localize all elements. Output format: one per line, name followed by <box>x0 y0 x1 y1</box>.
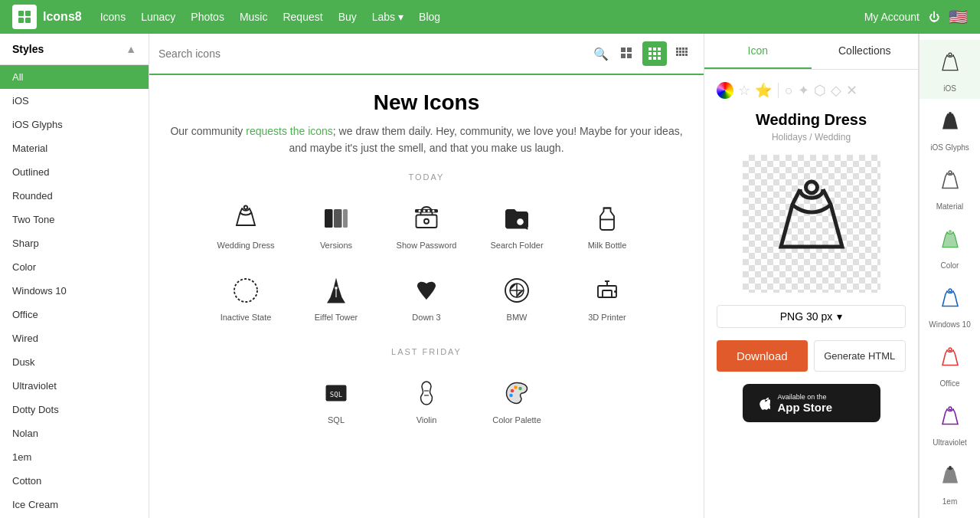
svg-marker-44 <box>334 277 338 287</box>
icon-item-inactive-state[interactable]: Inactive State <box>204 266 288 332</box>
size-selector[interactable]: PNG 30 px ▾ <box>717 305 906 328</box>
nav-labs[interactable]: Labs ▾ <box>372 11 403 23</box>
today-icons-grid: Wedding Dress Versions Show Password <box>165 194 688 332</box>
icon-label: Milk Bottle <box>588 241 627 250</box>
sidebar-item-cotton[interactable]: Cotton <box>0 469 149 493</box>
svg-rect-11 <box>648 52 652 55</box>
star-filter[interactable]: ⭐ <box>755 82 772 99</box>
sidebar-item-color[interactable]: Color <box>0 255 149 279</box>
icon-item-sql[interactable]: SQL SQL <box>294 369 378 434</box>
style-color[interactable]: Color <box>920 217 980 276</box>
star2-filter[interactable]: ✦ <box>798 82 809 99</box>
icon-label: Versions <box>320 241 352 250</box>
icon-item-color-palette[interactable]: Color Palette <box>475 369 559 434</box>
svg-point-62 <box>511 389 514 393</box>
color-filter[interactable] <box>717 82 733 99</box>
nav-lunacy[interactable]: Lunacy <box>141 11 175 23</box>
icon-item-3d-printer[interactable]: 3D Printer <box>565 266 649 332</box>
diamond-filter[interactable]: ◇ <box>831 82 841 99</box>
my-account-link[interactable]: My Account <box>864 11 920 23</box>
svg-rect-28 <box>685 54 688 56</box>
icon-item-down3[interactable]: Down 3 <box>384 266 469 332</box>
hexagon-filter[interactable]: ⬡ <box>814 82 826 99</box>
icon-label: Show Password <box>397 241 457 250</box>
nav-icons[interactable]: Icons <box>100 11 126 23</box>
style-windows10[interactable]: Windows 10 <box>920 276 980 335</box>
sidebar-item-wired[interactable]: Wired <box>0 326 149 350</box>
generate-html-button[interactable]: Generate HTML <box>814 340 906 372</box>
nav-buy[interactable]: Buy <box>338 11 357 23</box>
svg-rect-2 <box>18 18 24 23</box>
icon-item-eiffel-tower[interactable]: Eiffel Tower <box>294 266 378 332</box>
flag-icon[interactable]: 🇺🇸 <box>949 8 968 26</box>
sidebar-item-nolan[interactable]: Nolan <box>0 421 149 445</box>
power-icon[interactable]: ⏻ <box>929 11 939 23</box>
sidebar-item-rounded[interactable]: Rounded <box>0 184 149 208</box>
nav-photos[interactable]: Photos <box>191 11 224 23</box>
sidebar-item-sharp[interactable]: Sharp <box>0 231 149 255</box>
view-small-grid-button[interactable] <box>615 41 639 66</box>
icon-item-milk-bottle[interactable]: Milk Bottle <box>565 194 649 260</box>
nav-right: My Account ⏻ 🇺🇸 <box>864 8 968 26</box>
sidebar-item-all[interactable]: All <box>0 65 149 89</box>
style-ios-glyphs[interactable]: iOS Glyphs <box>920 99 980 158</box>
app-store-name: App Store <box>778 401 833 414</box>
tab-collections[interactable]: Collections <box>812 34 919 69</box>
sidebar-item-1em[interactable]: 1em <box>0 445 149 469</box>
fill-toggle[interactable]: ☆ <box>738 82 750 99</box>
app-store-button[interactable]: Available on the App Store <box>743 384 880 422</box>
request-link[interactable]: requests the icons <box>246 125 333 137</box>
sidebar-item-dusk[interactable]: Dusk <box>0 350 149 374</box>
sidebar-title: Styles <box>12 43 44 55</box>
icon-item-bmw[interactable]: BMW <box>475 266 559 332</box>
sidebar-item-office[interactable]: Office <box>0 303 149 326</box>
style-1em[interactable]: 1em <box>920 453 980 512</box>
nav-blog[interactable]: Blog <box>419 11 440 23</box>
download-button[interactable]: Download <box>717 340 808 372</box>
svg-rect-1 <box>25 11 31 16</box>
icons-main: New Icons Our community requests the ico… <box>149 75 704 450</box>
collapse-icon[interactable]: ▲ <box>126 43 136 55</box>
svg-text:SQL: SQL <box>330 390 342 398</box>
icon-item-violin[interactable]: Violin <box>384 369 469 434</box>
svg-rect-27 <box>682 54 684 56</box>
sidebar-item-ios-glyphs[interactable]: iOS Glyphs <box>0 113 149 136</box>
search-icon[interactable]: 🔍 <box>593 47 609 61</box>
svg-rect-22 <box>679 51 681 53</box>
svg-rect-30 <box>325 209 333 228</box>
app-logo[interactable]: Icons8 <box>12 5 82 29</box>
chevron-down-icon: ▾ <box>837 310 842 323</box>
svg-rect-20 <box>685 48 688 50</box>
sidebar-item-dotty-dots[interactable]: Dotty Dots <box>0 398 149 421</box>
icon-item-show-password[interactable]: Show Password <box>384 194 469 260</box>
view-medium-grid-button[interactable] <box>642 41 667 66</box>
nav-request[interactable]: Request <box>283 11 322 23</box>
style-ultraviolet[interactable]: Ultraviolet <box>920 394 980 453</box>
svg-rect-16 <box>658 57 661 60</box>
icon-label: Inactive State <box>220 313 272 322</box>
sidebar-item-ios[interactable]: iOS <box>0 89 149 113</box>
sidebar-item-material[interactable]: Material <box>0 136 149 160</box>
style-office[interactable]: Office <box>920 335 980 394</box>
sidebar-item-windows10[interactable]: Windows 10 <box>0 279 149 303</box>
svg-marker-46 <box>327 297 345 303</box>
view-large-grid-button[interactable] <box>670 41 694 66</box>
search-input[interactable] <box>158 48 587 60</box>
svg-point-73 <box>949 407 952 410</box>
tab-icon[interactable]: Icon <box>704 34 812 69</box>
icon-item-wedding-dress[interactable]: Wedding Dress <box>204 194 288 260</box>
svg-rect-26 <box>679 54 681 56</box>
sidebar-item-two-tone[interactable]: Two Tone <box>0 208 149 231</box>
style-ios[interactable]: iOS <box>920 40 980 99</box>
style-material[interactable]: Material <box>920 158 980 217</box>
sidebar-item-ice-cream[interactable]: Ice Cream <box>0 493 149 516</box>
cross-filter[interactable]: ✕ <box>846 82 858 99</box>
icon-item-search-folder[interactable]: Search Folder <box>475 194 559 260</box>
sidebar-item-outlined[interactable]: Outlined <box>0 160 149 184</box>
nav-music[interactable]: Music <box>240 11 268 23</box>
icon-item-versions[interactable]: Versions <box>294 194 378 260</box>
circle-filter[interactable]: ○ <box>785 83 793 99</box>
app-name: Icons8 <box>43 10 82 24</box>
svg-rect-10 <box>658 48 661 51</box>
sidebar-item-ultraviolet[interactable]: Ultraviolet <box>0 374 149 398</box>
